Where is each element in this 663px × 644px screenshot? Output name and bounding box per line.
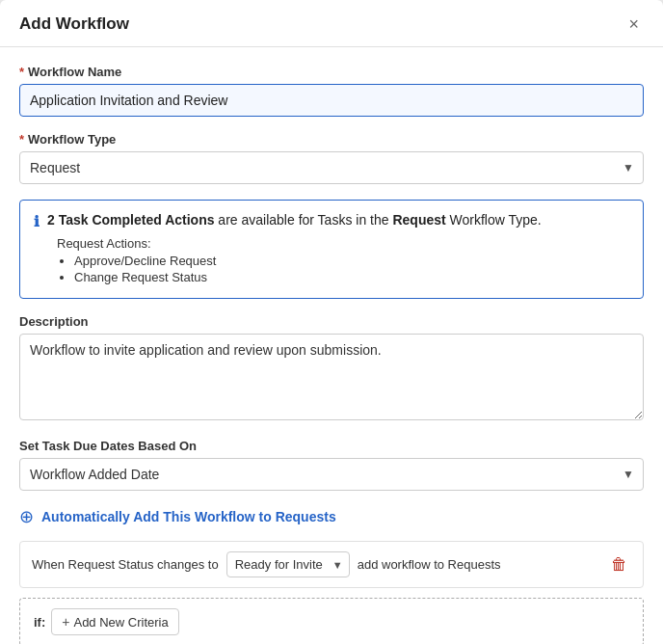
add-criteria-label: Add New Criteria (73, 615, 168, 630)
criteria-box: if: + Add New Criteria (19, 598, 644, 644)
add-workflow-modal: Add Workflow × * Workflow Name * Workflo… (0, 0, 663, 644)
modal-header: Add Workflow × (0, 0, 663, 47)
description-textarea[interactable]: Workflow to invite application and revie… (19, 334, 644, 420)
auto-add-link[interactable]: Automatically Add This Workflow to Reque… (41, 509, 336, 524)
workflow-type-label: * Workflow Type (19, 132, 644, 147)
status-select[interactable]: Ready for Invite Submitted Under Review … (226, 551, 350, 577)
info-box-text: 2 Task Completed Actions are available f… (47, 212, 542, 228)
workflow-type-select-wrapper: Request Review Approval ▼ (19, 151, 644, 184)
workflow-name-label: * Workflow Name (19, 65, 644, 79)
plus-icon: + (62, 614, 69, 630)
add-criteria-button[interactable]: + Add New Criteria (51, 608, 178, 635)
request-actions-list: Approve/Decline Request Change Request S… (57, 254, 629, 284)
workflow-type-group: * Workflow Type Request Review Approval … (19, 132, 644, 184)
status-select-wrapper: Ready for Invite Submitted Under Review … (226, 551, 350, 577)
workflow-name-group: * Workflow Name (19, 65, 644, 117)
due-dates-select-wrapper: Workflow Added Date Request Date Due Dat… (19, 458, 644, 491)
required-star: * (19, 65, 24, 79)
action-item: Change Request Status (74, 270, 629, 284)
delete-when-button[interactable]: 🗑 (607, 553, 631, 577)
if-label: if: (34, 615, 45, 630)
info-box: ℹ 2 Task Completed Actions are available… (19, 200, 644, 299)
workflow-type-select[interactable]: Request Review Approval (19, 151, 644, 184)
circle-plus-icon: ⊕ (19, 506, 34, 527)
due-dates-group: Set Task Due Dates Based On Workflow Add… (19, 439, 644, 491)
action-item: Approve/Decline Request (74, 254, 629, 268)
info-box-header: ℹ 2 Task Completed Actions are available… (34, 212, 629, 230)
required-star-type: * (19, 132, 24, 147)
request-actions-label: Request Actions: (57, 236, 629, 251)
due-dates-label: Set Task Due Dates Based On (19, 439, 644, 453)
info-icon: ℹ (34, 213, 40, 230)
description-group: Description Workflow to invite applicati… (19, 314, 644, 423)
modal-title: Add Workflow (19, 14, 129, 34)
task-count: 2 Task Completed Actions (47, 212, 214, 228)
auto-add-row: ⊕ Automatically Add This Workflow to Req… (19, 506, 644, 527)
request-actions: Request Actions: Approve/Decline Request… (57, 236, 629, 284)
when-text-before: When Request Status changes to (32, 557, 219, 572)
close-button[interactable]: × (623, 13, 644, 35)
description-label: Description (19, 314, 644, 329)
when-row: When Request Status changes to Ready for… (19, 541, 644, 588)
workflow-name-input[interactable] (19, 84, 644, 117)
criteria-inner: if: + Add New Criteria (34, 608, 629, 635)
due-dates-select[interactable]: Workflow Added Date Request Date Due Dat… (19, 458, 644, 491)
when-text-after: add workflow to Requests (358, 557, 501, 572)
modal-body: * Workflow Name * Workflow Type Request … (0, 47, 663, 644)
workflow-type-ref: Request (392, 212, 445, 228)
